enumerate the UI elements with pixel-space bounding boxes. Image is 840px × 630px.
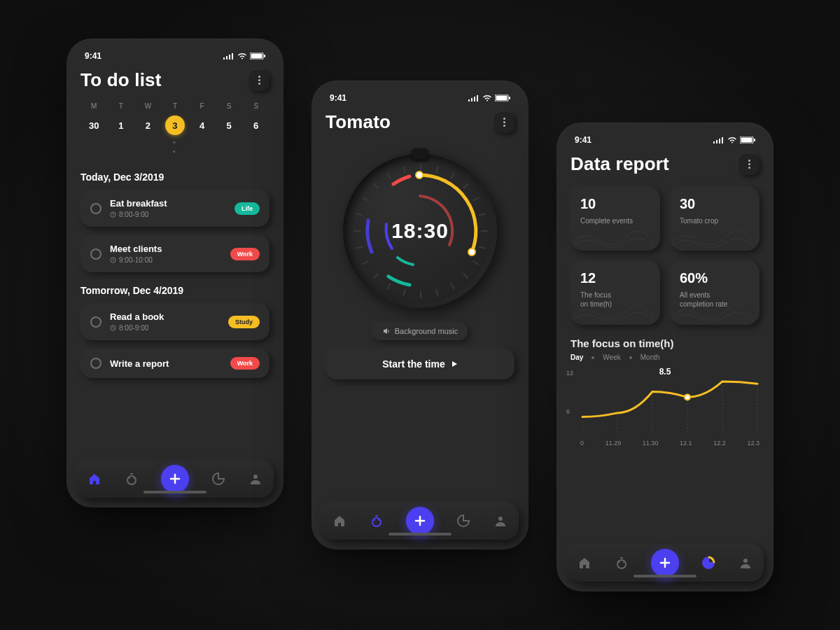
svg-rect-18 <box>477 95 478 102</box>
stat-value: 12 <box>580 270 650 286</box>
status-icons <box>713 136 755 144</box>
svg-rect-32 <box>741 138 752 143</box>
svg-point-12 <box>129 477 130 479</box>
svg-point-43 <box>619 561 620 563</box>
nav-stats-icon[interactable] <box>701 556 715 570</box>
status-bar: 9:41 <box>570 134 760 153</box>
nav-stats-icon[interactable] <box>456 514 470 528</box>
cal-day[interactable]: 30 <box>80 115 108 135</box>
bottom-nav <box>321 502 519 540</box>
chart-tab-month[interactable]: Month <box>640 354 660 361</box>
task-tag-work: Work <box>230 248 260 260</box>
status-bar: 9:41 <box>80 50 270 69</box>
page-title: Data report <box>570 153 669 175</box>
svg-point-22 <box>372 518 381 526</box>
svg-point-25 <box>378 519 379 521</box>
task-card[interactable]: Eat breakfast 8:00-9:00 Life <box>80 190 270 227</box>
wifi-icon <box>237 52 247 59</box>
nav-add-button[interactable] <box>651 549 679 577</box>
task-checkbox[interactable] <box>90 248 102 260</box>
task-time: 8:00-9:00 <box>110 211 226 218</box>
nav-profile-icon[interactable] <box>248 472 262 486</box>
nav-add-button[interactable] <box>406 507 434 535</box>
svg-rect-2 <box>229 55 230 59</box>
nav-home-icon[interactable] <box>332 514 346 528</box>
more-button[interactable] <box>738 154 760 175</box>
svg-rect-6 <box>264 55 265 57</box>
chart-ylabel: 12 <box>566 370 573 377</box>
wave-decoration-icon <box>570 297 654 325</box>
cal-day[interactable]: 1 <box>108 115 135 135</box>
battery-icon <box>740 136 755 144</box>
cal-day[interactable]: 5 <box>216 115 243 135</box>
section-tomorrow: Tomorrow, Dec 4/2019 <box>80 285 270 296</box>
screen-report: 9:41 Data report 10 Complete events 30 T… <box>556 122 774 592</box>
more-button[interactable] <box>493 112 514 133</box>
cal-day[interactable]: 2 <box>134 115 162 135</box>
svg-rect-33 <box>754 139 755 141</box>
play-icon <box>451 360 458 368</box>
task-card[interactable]: Read a book 8:00-9:00 Study <box>80 303 270 340</box>
stat-card[interactable]: 10 Complete events <box>570 186 660 251</box>
chart-range-tabs: Day Week Month <box>570 354 760 361</box>
nav-timer-icon[interactable] <box>615 556 629 570</box>
nav-stats-icon[interactable] <box>211 472 225 486</box>
cal-day[interactable]: 4 <box>188 115 216 135</box>
nav-home-icon[interactable] <box>88 472 102 486</box>
screen-todo: 9:41 To do list MTWTFSS 30 1 2 3 4 5 6 ˅… <box>66 38 284 507</box>
task-tag-study: Study <box>228 316 260 328</box>
stat-card[interactable]: 12 The focus on time(h) <box>570 260 660 325</box>
nav-timer-icon[interactable] <box>125 472 139 486</box>
background-music-toggle[interactable]: Background music <box>372 322 468 340</box>
svg-point-45 <box>743 559 748 563</box>
task-card[interactable]: Write a report Work <box>80 349 270 378</box>
chart-xlabels: 011.2911.3012.112.212.3 <box>580 440 760 447</box>
svg-point-41 <box>617 560 626 568</box>
signal-icon <box>468 94 479 102</box>
svg-point-13 <box>133 477 134 479</box>
svg-rect-11 <box>130 473 133 475</box>
clock-icon <box>110 211 116 218</box>
task-time: 9:00-10:00 <box>110 256 222 264</box>
cal-day[interactable]: 6 <box>242 115 270 135</box>
svg-rect-20 <box>496 96 507 101</box>
task-checkbox[interactable] <box>90 203 102 214</box>
svg-rect-30 <box>722 137 723 144</box>
svg-point-24 <box>374 519 375 521</box>
task-title: Eat breakfast <box>110 198 226 209</box>
status-icons <box>468 94 510 102</box>
chart-tab-week[interactable]: Week <box>603 354 620 361</box>
bottom-nav <box>76 460 274 498</box>
wifi-icon <box>727 136 737 144</box>
svg-rect-42 <box>620 557 623 559</box>
svg-rect-0 <box>223 57 225 59</box>
status-bar: 9:41 <box>326 92 514 111</box>
signal-icon <box>223 52 234 59</box>
stat-card[interactable]: 60% All events completion rate <box>670 260 760 325</box>
nav-profile-icon[interactable] <box>493 514 507 528</box>
task-card[interactable]: Meet clients 9:00-10:00 Work <box>80 235 270 272</box>
svg-rect-17 <box>474 97 475 102</box>
more-button[interactable] <box>248 70 270 91</box>
home-indicator <box>388 533 451 536</box>
cal-day-selected[interactable]: 3 <box>162 115 189 135</box>
stat-value: 30 <box>680 196 750 212</box>
task-checkbox[interactable] <box>90 316 102 328</box>
nav-add-button[interactable] <box>161 465 189 493</box>
chart-tab-day[interactable]: Day <box>570 354 583 361</box>
task-checkbox[interactable] <box>90 358 102 369</box>
focus-line-chart: 12 6 8.5 011.2911.3012.112.212.3 <box>570 370 760 447</box>
timer-dial[interactable]: 18:30 <box>343 154 497 308</box>
nav-home-icon[interactable] <box>578 556 592 570</box>
screen-tomato: 9:41 Tomato 18 <box>312 80 528 550</box>
expand-calendar-icon[interactable]: ˅˅ <box>80 141 270 159</box>
section-today: Today, Dec 3/2019 <box>80 172 270 183</box>
stat-card[interactable]: 30 Tomato crop <box>670 186 760 251</box>
calendar-dates[interactable]: 30 1 2 3 4 5 6 <box>80 115 270 135</box>
nav-profile-icon[interactable] <box>738 556 752 570</box>
status-icons <box>223 52 265 59</box>
chart-title: The focus on time(h) <box>570 337 760 349</box>
start-timer-button[interactable]: Start the time <box>326 349 514 379</box>
stats-grid: 10 Complete events 30 Tomato crop 12 The… <box>570 186 760 325</box>
nav-timer-icon[interactable] <box>370 514 384 528</box>
